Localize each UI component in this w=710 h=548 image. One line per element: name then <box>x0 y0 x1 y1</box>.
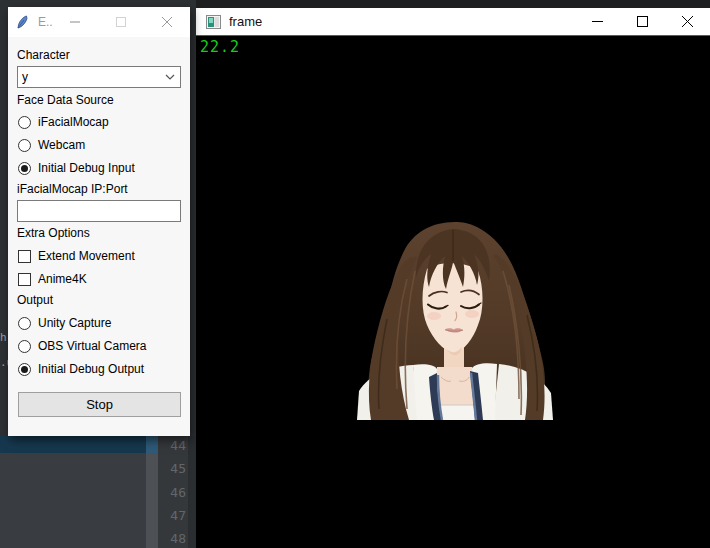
character-combobox[interactable]: y <box>17 66 181 88</box>
frame-canvas: 22.2 <box>197 36 710 548</box>
line-number: 46 <box>158 481 186 504</box>
radio-label: OBS Virtual Camera <box>38 339 147 353</box>
radio-icon-selected <box>18 363 31 376</box>
extra-options-label: Extra Options <box>17 226 90 240</box>
line-number: 47 <box>158 504 186 527</box>
radio-icon <box>18 116 31 129</box>
dialog-title: E... <box>38 15 52 29</box>
radio-label: Initial Debug Output <box>38 362 144 376</box>
image-icon <box>206 15 221 29</box>
close-button[interactable] <box>665 8 710 36</box>
screen: h .u 44 45 46 47 48 frame <box>0 0 710 548</box>
radio-label: Unity Capture <box>38 316 111 330</box>
radio-unity-capture[interactable]: Unity Capture <box>18 315 111 331</box>
radio-icon <box>18 317 31 330</box>
maximize-button[interactable] <box>620 8 665 36</box>
chevron-down-icon <box>165 74 175 80</box>
minimize-button[interactable] <box>575 8 620 36</box>
radio-initial-debug-input[interactable]: Initial Debug Input <box>18 160 135 176</box>
editor-scrollbar-selection <box>146 436 158 453</box>
character-label: Character <box>17 48 70 62</box>
minimize-icon <box>70 17 80 27</box>
close-icon <box>162 17 172 27</box>
character-image <box>357 219 553 420</box>
maximize-icon <box>637 16 648 27</box>
maximize-button[interactable] <box>98 7 144 37</box>
frame-window-title: frame <box>229 14 575 29</box>
radio-icon <box>18 139 31 152</box>
line-number: 45 <box>158 457 186 480</box>
line-number: 48 <box>158 527 186 548</box>
checkbox-anime4k[interactable]: Anime4K <box>18 271 87 287</box>
minimize-button[interactable] <box>52 7 98 37</box>
line-number: 44 <box>158 434 186 457</box>
close-button[interactable] <box>144 7 190 37</box>
character-combobox-value: y <box>22 70 165 84</box>
ip-port-input[interactable] <box>17 200 181 222</box>
ip-port-label: iFacialMocap IP:Port <box>17 182 128 196</box>
editor-selected-line <box>0 436 146 453</box>
radio-obs-virtual-camera[interactable]: OBS Virtual Camera <box>18 338 147 354</box>
dialog-titlebar[interactable]: E... <box>8 7 190 37</box>
frame-window: frame 22.2 <box>196 8 710 548</box>
radio-label: Initial Debug Input <box>38 161 135 175</box>
radio-icon <box>18 340 31 353</box>
close-icon <box>682 16 693 27</box>
output-label: Output <box>17 293 53 307</box>
editor-line-number-gutter: 44 45 46 47 48 <box>158 434 188 548</box>
face-data-source-label: Face Data Source <box>17 93 114 107</box>
checkbox-label: Anime4K <box>38 272 87 286</box>
minimize-icon <box>592 16 603 27</box>
radio-label: iFacialMocap <box>38 115 109 129</box>
fps-counter: 22.2 <box>200 38 240 56</box>
checkbox-icon <box>18 273 31 286</box>
radio-label: Webcam <box>38 138 85 152</box>
checkbox-extend-movement[interactable]: Extend Movement <box>18 248 135 264</box>
control-dialog: E... Character y <box>8 7 190 436</box>
stop-button[interactable]: Stop <box>18 392 181 417</box>
radio-webcam[interactable]: Webcam <box>18 137 85 153</box>
radio-icon-selected <box>18 162 31 175</box>
frame-titlebar[interactable]: frame <box>196 8 710 36</box>
editor-right-sliver <box>188 436 196 548</box>
checkbox-label: Extend Movement <box>38 249 135 263</box>
radio-initial-debug-output[interactable]: Initial Debug Output <box>18 361 144 377</box>
checkbox-icon <box>18 250 31 263</box>
maximize-icon <box>116 17 126 27</box>
radio-ifacialmocap[interactable]: iFacialMocap <box>18 114 109 130</box>
tk-feather-icon <box>15 15 30 30</box>
